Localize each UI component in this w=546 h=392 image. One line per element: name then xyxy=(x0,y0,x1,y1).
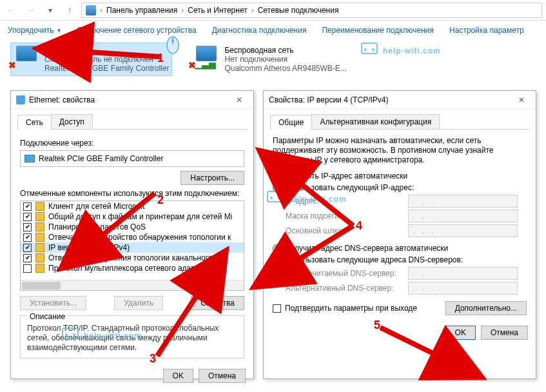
ipv4-properties-dialog: Свойства: IP версии 4 (TCP/IPv4) ✕ Общие… xyxy=(263,90,536,379)
crumb-network-internet[interactable]: Сеть и Интернет xyxy=(188,6,247,15)
ip-address-label: IP-адрес: xyxy=(286,197,408,206)
subnet-mask-label: Маска подсети: xyxy=(286,211,408,220)
forward-button[interactable]: → xyxy=(23,3,39,18)
component-icon xyxy=(35,253,44,262)
crumb-network-connections[interactable]: Сетевые подключения xyxy=(258,6,339,15)
checkbox[interactable] xyxy=(23,244,32,252)
radio[interactable] xyxy=(273,256,281,264)
connection-name: Беспроводная сеть xyxy=(224,46,346,55)
install-button[interactable]: Установить... xyxy=(20,296,86,310)
organize-menu[interactable]: Упорядочить▼ xyxy=(8,26,61,35)
components-label: Отмеченные компоненты используются этим … xyxy=(20,189,244,198)
ok-button[interactable]: OK xyxy=(445,326,476,340)
connection-wireless[interactable]: ✖ ▁▃▅ Беспроводная сеть Нет подключения … xyxy=(190,43,349,76)
checkbox[interactable] xyxy=(23,233,32,242)
radio-label: Получить адрес DNS-сервера автоматически xyxy=(285,244,448,253)
configure-button[interactable]: Настроить... xyxy=(180,171,244,185)
radio-label: Получить IP-адрес автоматически xyxy=(285,172,407,181)
scrollbar-thumb[interactable] xyxy=(22,282,61,289)
advanced-button[interactable]: Дополнительно... xyxy=(445,301,527,315)
radio-use-dns[interactable]: Использовать следующие адреса DNS-сервер… xyxy=(273,255,527,264)
description-text: Протокол TCP/IP. Стандартный протокол гл… xyxy=(27,324,237,353)
component-label: Протокол мультиплексора сетевого адаптер… xyxy=(48,264,227,273)
horizontal-scrollbar[interactable] xyxy=(21,280,244,290)
list-item[interactable]: Протокол мультиплексора сетевого адаптер… xyxy=(21,263,244,273)
connection-ethernet[interactable]: ✖ Ethernet Сетевой кабель не подключен R… xyxy=(10,43,172,76)
network-tab-panel: Подключение через: Realtek PCIe GBE Fami… xyxy=(11,130,253,365)
properties-button[interactable]: Свойства xyxy=(191,296,244,310)
close-icon[interactable]: ✕ xyxy=(230,95,248,104)
adapter-name: Realtek PCIe GBE Family Controller xyxy=(39,154,163,163)
crumb-control-panel[interactable]: Панель управления xyxy=(106,6,177,15)
description-title: Описание xyxy=(27,312,68,321)
subnet-mask-field: . . . xyxy=(408,210,518,222)
connection-settings[interactable]: Настройка параметр xyxy=(449,26,524,35)
component-icon xyxy=(35,222,44,231)
tabs: Общие Альтернативная конфигурация xyxy=(270,114,529,130)
list-item[interactable]: Отвечающее устройство обнаружения тополо… xyxy=(21,232,244,242)
titlebar[interactable]: Ethernet: свойства ✕ xyxy=(11,91,253,109)
back-button[interactable]: ← xyxy=(4,3,19,18)
connection-status: Нет подключения xyxy=(224,55,346,64)
radio-obtain-dns-auto[interactable]: Получить адрес DNS-сервера автоматически xyxy=(273,244,527,253)
radio[interactable] xyxy=(273,172,281,181)
component-label: Клиент для сетей Microsoft xyxy=(48,202,145,211)
checkbox[interactable] xyxy=(23,223,32,231)
ethernet-properties-dialog: Ethernet: свойства ✕ Сеть Доступ Подключ… xyxy=(10,90,254,379)
breadcrumb[interactable]: › Панель управления › Сеть и Интернет › … xyxy=(81,3,542,18)
checkbox[interactable] xyxy=(23,202,32,211)
list-item[interactable]: Планировщик пакетов QoS xyxy=(21,222,244,232)
rename-connection[interactable]: Переименование подключения xyxy=(322,26,434,35)
preferred-dns-field: . . . xyxy=(408,267,518,280)
checkbox[interactable] xyxy=(23,213,32,221)
radio[interactable] xyxy=(273,244,281,253)
connection-device: Qualcomm Atheros AR9485WB-E... xyxy=(224,64,346,73)
up-button[interactable]: ↑ xyxy=(62,3,77,18)
connection-name: Ethernet xyxy=(44,46,169,55)
list-item-ipv4[interactable]: IP версии 4 (TCP/IPv4) xyxy=(21,242,244,253)
checkbox[interactable] xyxy=(23,264,32,273)
wifi-icon: ✖ ▁▃▅ xyxy=(193,46,219,69)
cancel-button[interactable]: Отмена xyxy=(199,369,246,383)
list-item[interactable]: Клиент для сетей Microsoft xyxy=(21,201,244,211)
remove-button[interactable]: Удалить xyxy=(114,296,163,310)
radio[interactable] xyxy=(273,184,281,192)
component-label: Ответчик обнаружения топологии канальног… xyxy=(48,253,227,262)
component-icon xyxy=(35,212,44,221)
tab-access[interactable]: Доступ xyxy=(51,114,93,129)
radio-label: Использовать следующий IP-адрес: xyxy=(285,183,414,192)
component-icon xyxy=(35,233,44,242)
disable-device[interactable]: Отключение сетевого устройства xyxy=(77,26,196,35)
tab-general[interactable]: Общие xyxy=(270,115,312,130)
radio-obtain-ip-auto[interactable]: Получить IP-адрес автоматически xyxy=(273,172,527,181)
tab-alternate-config[interactable]: Альтернативная конфигурация xyxy=(311,114,440,129)
list-item[interactable]: Общий доступ к файлам и принтерам для се… xyxy=(21,211,244,222)
component-icon xyxy=(35,264,44,273)
control-panel-icon xyxy=(86,5,96,15)
connection-device: Realtek PCIe GBE Family Controller xyxy=(44,64,169,73)
titlebar[interactable]: Свойства: IP версии 4 (TCP/IPv4) ✕ xyxy=(264,91,536,109)
component-label: Планировщик пакетов QoS xyxy=(48,222,146,231)
list-item[interactable]: Ответчик обнаружения топологии канальног… xyxy=(21,253,244,263)
confirm-on-exit-checkbox[interactable] xyxy=(273,304,281,313)
ok-button[interactable]: OK xyxy=(163,369,193,383)
dialog-title: Свойства: IP версии 4 (TCP/IPv4) xyxy=(269,95,389,104)
cancel-button[interactable]: Отмена xyxy=(481,326,528,340)
components-list[interactable]: Клиент для сетей Microsoft Общий доступ … xyxy=(20,201,244,291)
tab-network[interactable]: Сеть xyxy=(17,115,52,130)
info-paragraph: Параметры IP можно назначать автоматичес… xyxy=(273,136,527,165)
radio-use-ip[interactable]: Использовать следующий IP-адрес: xyxy=(273,183,527,192)
ip-address-field: . . . xyxy=(408,195,518,208)
dialog-title: Ethernet: свойства xyxy=(29,95,95,104)
command-bar: Упорядочить▼ Отключение сетевого устройс… xyxy=(0,21,546,40)
diagnose-connection[interactable]: Диагностика подключения xyxy=(212,26,307,35)
component-icon xyxy=(35,202,44,211)
address-bar-row: ← → ▾ ↑ › Панель управления › Сеть и Инт… xyxy=(0,0,546,21)
connect-using-label: Подключение через: xyxy=(20,139,244,148)
gateway-label: Основной шлюз: xyxy=(286,226,408,235)
checkbox[interactable] xyxy=(23,254,32,262)
history-dropdown[interactable]: ▾ xyxy=(43,3,58,18)
close-icon[interactable]: ✕ xyxy=(512,95,531,104)
component-label: Отвечающее устройство обнаружения тополо… xyxy=(48,233,231,242)
component-label: Общий доступ к файлам и принтерам для се… xyxy=(48,212,232,221)
